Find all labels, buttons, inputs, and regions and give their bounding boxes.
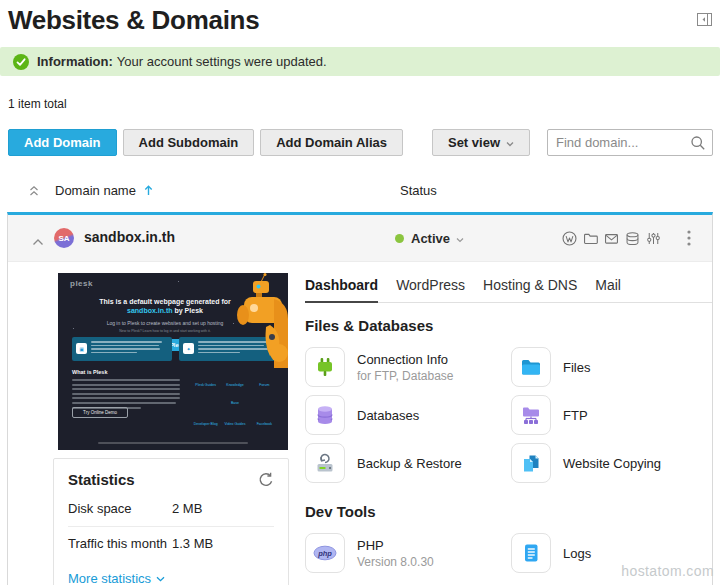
preview-card: ▣: [72, 337, 172, 361]
domain-row: SA sandbox.in.th Active: [8, 215, 712, 262]
gear-icon: ✦: [183, 343, 194, 354]
svg-text:php: php: [317, 549, 332, 558]
add-subdomain-button[interactable]: Add Subdomain: [123, 129, 255, 156]
collapse-panel-icon[interactable]: [697, 12, 712, 27]
tile-php[interactable]: php PHP Version 8.0.30: [305, 533, 511, 573]
status-dropdown[interactable]: Active: [395, 229, 464, 247]
database-icon[interactable]: [624, 230, 641, 247]
tile-connection-info[interactable]: Connection Info for FTP, Database: [305, 347, 511, 387]
stat-row-disk: Disk space 2 MB: [68, 492, 274, 527]
tab-wordpress[interactable]: WordPress: [396, 277, 465, 302]
wordpress-icon[interactable]: [561, 230, 578, 247]
row-quick-actions: [561, 230, 662, 247]
set-view-button[interactable]: Set view: [432, 129, 530, 156]
files-folder-icon[interactable]: [582, 230, 599, 247]
database-purple-icon: [305, 395, 345, 435]
tab-dashboard[interactable]: Dashboard: [305, 277, 378, 303]
ftp-icon: [511, 395, 551, 435]
php-icon: php: [305, 533, 345, 573]
tab-hosting-dns[interactable]: Hosting & DNS: [483, 277, 577, 302]
preview-link[interactable]: Video Guides: [222, 411, 247, 429]
banner-message: Your account settings were updated.: [117, 54, 327, 69]
tile-ftp[interactable]: FTP: [511, 395, 712, 435]
chevron-down-icon: [456, 229, 464, 247]
domain-details: plesk This is a default webpage generate…: [8, 262, 712, 585]
copy-pages-icon: [511, 443, 551, 483]
items-total: 1 item total: [8, 97, 67, 111]
preview-link[interactable]: Plesk Guides: [193, 372, 218, 408]
more-statistics-link[interactable]: More statistics: [68, 571, 165, 585]
info-banner: Information: Your account settings were …: [0, 47, 720, 76]
backup-drive-icon: [305, 443, 345, 483]
tile-databases[interactable]: Databases: [305, 395, 511, 435]
toolbar: Add Domain Add Subdomain Add Domain Alia…: [8, 129, 713, 156]
preview-link[interactable]: Facebook: [252, 411, 277, 429]
preview-link[interactable]: Knowledge Base: [222, 372, 247, 408]
try-online-demo-button[interactable]: Try Online Demo: [72, 407, 128, 418]
page-header: Websites & Domains: [8, 0, 712, 44]
status-column-header: Status: [400, 183, 437, 198]
watermark: hostatom.com: [621, 563, 714, 579]
refresh-icon[interactable]: [258, 472, 274, 492]
banner-label: Information:: [37, 54, 113, 69]
tab-mail[interactable]: Mail: [595, 277, 621, 302]
domain-card: SA sandbox.in.th Active: [7, 212, 713, 585]
chevron-down-icon: [506, 135, 514, 150]
logs-icon: [511, 533, 551, 573]
preview-what-heading: What is Plesk: [72, 369, 107, 375]
files-databases-grid: Connection Info for FTP, Database Files: [305, 347, 712, 483]
site-favicon: SA: [54, 228, 74, 248]
success-check-icon: [13, 54, 29, 70]
preview-link[interactable]: Forum: [252, 372, 277, 408]
settings-sliders-icon[interactable]: [645, 230, 662, 247]
search-input[interactable]: [547, 129, 713, 156]
plesk-logo: plesk: [70, 279, 93, 288]
folder-icon: [511, 347, 551, 387]
list-header: Domain name Status: [8, 182, 713, 202]
sort-asc-icon: [144, 184, 153, 199]
monitor-icon: ▣: [76, 343, 87, 354]
tile-website-copying[interactable]: Website Copying: [511, 443, 712, 483]
stat-row-traffic: Traffic this month 1.3 MB: [68, 527, 274, 561]
collapse-all-icon[interactable]: [28, 185, 40, 200]
statistics-panel: Statistics Disk space 2 MB Traffic this …: [53, 458, 289, 585]
domain-tabs: Dashboard WordPress Hosting & DNS Mail: [305, 277, 712, 303]
dev-tools-heading: Dev Tools: [305, 503, 712, 520]
files-databases-heading: Files & Databases: [305, 317, 712, 334]
page-title: Websites & Domains: [8, 0, 712, 36]
tile-backup-restore[interactable]: Backup & Restore: [305, 443, 511, 483]
plug-icon: [305, 347, 345, 387]
robot-illustration: [210, 273, 288, 372]
collapse-row-icon[interactable]: [32, 232, 44, 250]
add-domain-alias-button[interactable]: Add Domain Alias: [260, 129, 403, 156]
statistics-heading: Statistics: [68, 471, 258, 488]
add-domain-button[interactable]: Add Domain: [8, 129, 117, 156]
site-preview-thumbnail[interactable]: plesk This is a default webpage generate…: [58, 273, 288, 450]
preview-footer-text: [98, 442, 248, 444]
websites-domains-page: Websites & Domains Information: Your acc…: [0, 0, 720, 585]
status-label: Active: [411, 231, 450, 246]
status-active-dot: [395, 234, 404, 243]
domain-name: sandbox.in.th: [84, 229, 175, 245]
preview-link-grid: Plesk Guides Knowledge Base Forum Develo…: [193, 372, 277, 429]
more-actions-kebab-icon[interactable]: [682, 228, 696, 252]
domain-name-column-header[interactable]: Domain name: [55, 183, 153, 198]
tile-files[interactable]: Files: [511, 347, 712, 387]
search-icon[interactable]: [690, 135, 706, 155]
preview-link[interactable]: Developer Blog: [193, 411, 218, 429]
dashboard-panel: Dashboard WordPress Hosting & DNS Mail F…: [305, 262, 712, 585]
mail-icon[interactable]: [603, 230, 620, 247]
